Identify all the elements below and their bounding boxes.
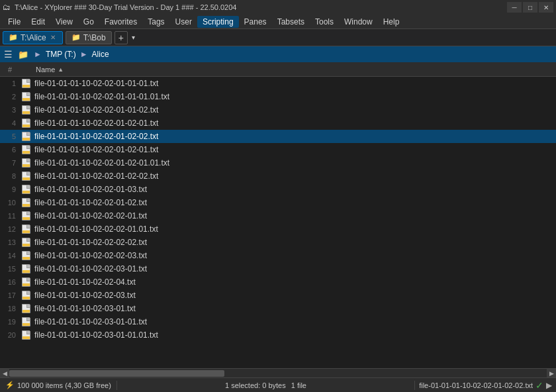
row-number: 14 (0, 252, 20, 260)
status-icon: ⚡ (5, 381, 15, 390)
tab-bob[interactable]: 📁 T:\Bob (66, 31, 112, 44)
menu-item-scripting[interactable]: Scripting (197, 16, 239, 28)
table-row[interactable]: 11file-01-01-01-10-02-02-02-01.txt (0, 209, 556, 222)
folder-icon-bob: 📁 (71, 33, 81, 42)
row-number: 17 (0, 291, 20, 299)
file-name: file-01-01-01-10-02-03-01-01.txt (33, 317, 549, 326)
scroll-left-button[interactable]: ◀ (0, 369, 9, 378)
row-number: 13 (0, 238, 20, 246)
file-name: file-01-01-01-10-02-02-01-03.txt (33, 185, 549, 194)
scroll-track[interactable] (9, 370, 547, 377)
title-bar-left: 🗂 T:\Alice - XYplorer ### 30-Day Trial V… (3, 3, 236, 12)
table-row[interactable]: 8file-01-01-01-10-02-02-01-02-02.txt (0, 170, 556, 183)
row-number: 15 (0, 265, 20, 273)
title-bar: 🗂 T:\Alice - XYplorer ### 30-Day Trial V… (0, 0, 556, 15)
table-row[interactable]: 18file-01-01-01-10-02-03-01.txt (0, 302, 556, 315)
file-name: file-01-01-01-10-02-02-02-01.01.txt (33, 224, 549, 234)
table-row[interactable]: 16file-01-01-01-10-02-02-04.txt (0, 275, 556, 289)
table-row[interactable]: 6file-01-01-01-10-02-02-01-02-01.txt (0, 143, 556, 156)
file-type-icon (20, 317, 33, 326)
menu-item-tags[interactable]: Tags (142, 16, 169, 28)
maximize-button[interactable]: □ (523, 2, 537, 13)
file-name: file-01-01-01-10-02-02-01-02-01.txt (33, 119, 549, 128)
file-type-icon (20, 291, 33, 300)
row-number: 19 (0, 318, 20, 326)
table-row[interactable]: 10file-01-01-01-10-02-02-01-02.txt (0, 196, 556, 209)
menu-item-help[interactable]: Help (378, 16, 405, 28)
row-number: 20 (0, 331, 20, 339)
menu-item-window[interactable]: Window (339, 16, 378, 28)
file-name: file-01-01-01-10-02-02-03-01.txt (33, 264, 549, 273)
row-number: 6 (0, 146, 20, 154)
file-name: file-01-01-01-10-02-03-01-01.01.txt (33, 330, 549, 340)
row-number: 18 (0, 305, 20, 313)
table-row[interactable]: 14file-01-01-01-10-02-02-02-03.txt (0, 249, 556, 262)
tab-alice-close[interactable]: ✕ (49, 34, 57, 41)
tab-dropdown-button[interactable]: ▾ (132, 34, 135, 41)
menu-item-user[interactable]: User (170, 16, 197, 28)
row-number: 11 (0, 212, 20, 220)
folder-icon: 📁 (9, 33, 18, 42)
file-name: file-01-01-01-10-02-02-01-02.txt (33, 198, 549, 207)
menu-item-tabsets[interactable]: Tabsets (272, 16, 310, 28)
menu-item-favorites[interactable]: Favorites (99, 16, 142, 28)
breadcrumb-alice[interactable]: Alice (92, 50, 109, 59)
table-row[interactable]: 1file-01-01-01-10-02-02-01-01-01.txt (0, 77, 556, 90)
file-name: file-01-01-01-10-02-02-04.txt (33, 277, 549, 287)
tab-alice[interactable]: 📁 T:\Alice ✕ (3, 31, 63, 44)
table-row[interactable]: 7file-01-01-01-10-02-02-01-02-01.01.txt (0, 156, 556, 170)
table-row[interactable]: 15file-01-01-01-10-02-02-03-01.txt (0, 262, 556, 275)
file-type-icon (20, 105, 33, 115)
breadcrumb-tmp[interactable]: TMP (T:) (46, 50, 76, 59)
file-type-icon (20, 185, 33, 194)
status-file-count: 1 file (291, 381, 306, 389)
row-number: 4 (0, 119, 20, 127)
menu-item-go[interactable]: Go (78, 16, 99, 28)
file-type-icon (20, 304, 33, 313)
row-number: 8 (0, 172, 20, 180)
table-row[interactable]: 9file-01-01-01-10-02-02-01-03.txt (0, 183, 556, 196)
status-selection: 1 selected: 0 bytes (225, 381, 286, 389)
menu-item-view[interactable]: View (50, 16, 78, 28)
tab-bar: 📁 T:\Alice ✕ 📁 T:\Bob + ▾ (0, 29, 556, 46)
add-tab-button[interactable]: + (115, 31, 128, 44)
status-check-icon: ✓ (535, 380, 543, 391)
sort-arrow-icon: ▲ (58, 66, 64, 73)
menu-item-tools[interactable]: Tools (310, 16, 339, 28)
table-row[interactable]: 20file-01-01-01-10-02-03-01-01.01.txt (0, 328, 556, 342)
horizontal-scrollbar[interactable]: ◀ ▶ (0, 368, 556, 377)
menu-item-edit[interactable]: Edit (26, 16, 50, 28)
scroll-right-button[interactable]: ▶ (547, 369, 556, 378)
scroll-thumb[interactable] (9, 370, 224, 377)
table-row[interactable]: 19file-01-01-01-10-02-03-01-01.txt (0, 315, 556, 328)
table-row[interactable]: 3file-01-01-01-10-02-02-01-01-02.txt (0, 103, 556, 117)
file-type-icon (20, 172, 33, 181)
address-menu-button[interactable]: ☰ (4, 49, 13, 60)
col-name-header[interactable]: Name ▲ (33, 66, 549, 74)
tab-alice-label: T:\Alice (21, 33, 46, 42)
file-name: file-01-01-01-10-02-02-03.txt (33, 291, 549, 300)
file-rows[interactable]: 1file-01-01-01-10-02-02-01-01-01.txt2fil… (0, 77, 556, 368)
menu-item-panes[interactable]: Panes (239, 16, 272, 28)
status-center: 1 selected: 0 bytes 1 file (117, 381, 414, 389)
menu-item-file[interactable]: File (3, 16, 26, 28)
col-num-header: # (0, 66, 20, 74)
table-row[interactable]: 12file-01-01-01-10-02-02-02-01.01.txt (0, 222, 556, 236)
close-button[interactable]: ✕ (539, 2, 553, 13)
status-selected-filename: file-01-01-01-10-02-02-01-02-02.txt (419, 381, 533, 389)
status-bar: ⚡ 100 000 items (4,30 GB free) 1 selecte… (0, 377, 556, 392)
row-number: 3 (0, 106, 20, 114)
file-name: file-01-01-01-10-02-02-01-01-01.txt (33, 79, 549, 88)
table-row[interactable]: 4file-01-01-01-10-02-02-01-02-01.txt (0, 117, 556, 130)
table-row[interactable]: 5file-01-01-01-10-02-02-01-02-02.txt (0, 130, 556, 143)
title-bar-text: T:\Alice - XYplorer ### 30-Day Trial Ver… (15, 3, 236, 11)
minimize-button[interactable]: ─ (507, 2, 522, 13)
table-row[interactable]: 2file-01-01-01-10-02-02-01-01-01.01.txt (0, 90, 556, 103)
file-list-container: # Name ▲ 1file-01-01-01-10-02-02-01-01-0… (0, 62, 556, 377)
table-row[interactable]: 13file-01-01-01-10-02-02-02-02.txt (0, 236, 556, 249)
table-row[interactable]: 17file-01-01-01-10-02-02-03.txt (0, 289, 556, 302)
row-number: 2 (0, 93, 20, 101)
title-bar-controls: ─ □ ✕ (507, 2, 553, 13)
row-number: 5 (0, 132, 20, 140)
breadcrumb-arrow-1: ► (34, 50, 42, 59)
